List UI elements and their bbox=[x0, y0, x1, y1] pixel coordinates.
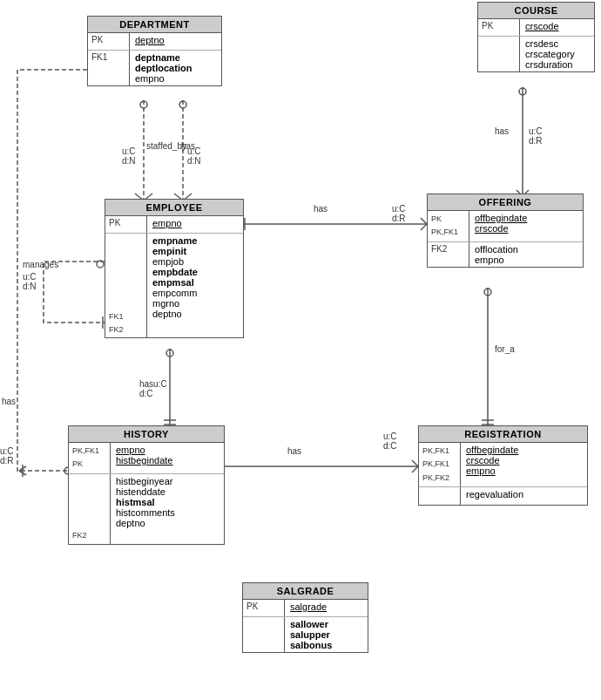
svg-point-5 bbox=[179, 101, 186, 108]
salgrade-entity: SALGRADE PK salgrade sallowersaluppersal… bbox=[242, 582, 368, 653]
label-uc-dr-left: u:Cd:R bbox=[0, 446, 14, 466]
employee-fk-labels: FK1FK2 bbox=[105, 234, 147, 337]
label-has-hist: has bbox=[287, 446, 301, 456]
svg-point-29 bbox=[484, 289, 491, 296]
label-has-left: has bbox=[2, 397, 16, 406]
registration-entity: REGISTRATION PK,FK1PK,FK1PK,FK2 offbegin… bbox=[418, 425, 588, 506]
svg-line-20 bbox=[412, 466, 418, 472]
offering-attr-row: FK2 offlocationempno bbox=[428, 242, 583, 267]
department-pk-row: PK deptno bbox=[88, 33, 221, 51]
offering-pk-attr: offbegindatecrscode bbox=[469, 211, 583, 241]
history-pk-row: PK,FK1PK empnohistbegindate bbox=[69, 443, 224, 474]
svg-point-3 bbox=[140, 101, 147, 108]
course-attr-row: crsdesccrscategorycrsduration bbox=[478, 37, 594, 71]
registration-pk-attr: offbegindatecrscodeempno bbox=[461, 443, 587, 486]
course-pk-row: PK crscode bbox=[478, 19, 594, 37]
label-uc-dr-off: u:Cd:R bbox=[392, 204, 406, 223]
course-pk-label: PK bbox=[478, 19, 520, 36]
label-has-course: has bbox=[495, 126, 509, 136]
svg-line-9 bbox=[421, 218, 427, 224]
course-fk-label bbox=[478, 37, 520, 71]
label-uc-dn-2: u:Cd:N bbox=[187, 146, 201, 166]
department-attrs: deptnamedeptlocationempno bbox=[130, 51, 221, 85]
label-uc-dc-hist: u:Cd:C bbox=[383, 432, 397, 451]
offering-entity: OFFERING PKPK,FK1 offbegindatecrscode FK… bbox=[427, 194, 584, 268]
registration-attrs: regevaluation bbox=[461, 487, 587, 505]
registration-pk-label: PK,FK1PK,FK1PK,FK2 bbox=[419, 443, 461, 486]
department-pk-label: PK bbox=[88, 33, 130, 50]
department-title: DEPARTMENT bbox=[88, 17, 221, 33]
label-for-a: for_a bbox=[495, 344, 515, 354]
label-uc-dr-course: u:Cd:R bbox=[529, 126, 543, 146]
label-manages: manages bbox=[23, 260, 58, 269]
svg-line-37 bbox=[19, 471, 26, 475]
course-attrs: crsdesccrscategorycrsduration bbox=[520, 37, 594, 71]
employee-pk-attr: empno bbox=[147, 216, 243, 233]
department-attr-row: FK1 deptnamedeptlocationempno bbox=[88, 51, 221, 85]
registration-attr-row: regevaluation bbox=[419, 487, 587, 505]
history-entity: HISTORY PK,FK1PK empnohistbegindate FK2 … bbox=[68, 425, 225, 545]
offering-attrs: offlocationempno bbox=[469, 242, 583, 267]
offering-title: OFFERING bbox=[428, 194, 583, 211]
offering-pk-label: PKPK,FK1 bbox=[428, 211, 469, 241]
label-has-emp-off: has bbox=[314, 204, 328, 214]
salgrade-title: SALGRADE bbox=[243, 583, 368, 600]
salgrade-pk-label: PK bbox=[243, 600, 285, 616]
svg-point-25 bbox=[519, 88, 526, 95]
course-pk-attr: crscode bbox=[520, 19, 594, 36]
registration-pk-row: PK,FK1PK,FK1PK,FK2 offbegindatecrscodeem… bbox=[419, 443, 587, 487]
label-uc-dn-manages: u:Cd:N bbox=[23, 272, 37, 291]
history-attr-row: FK2 histbeginyearhistenddatehistmsalhist… bbox=[69, 474, 224, 544]
department-entity: DEPARTMENT PK deptno FK1 deptnamedeptloc… bbox=[87, 16, 222, 86]
department-pk-attr: deptno bbox=[130, 33, 221, 50]
course-entity: COURSE PK crscode crsdesccrscategorycrsd… bbox=[477, 2, 595, 72]
employee-pk-row: PK empno bbox=[105, 216, 243, 234]
svg-line-19 bbox=[412, 460, 418, 466]
employee-attr-row: FK1FK2 empnameempinitempjobempbdateempms… bbox=[105, 234, 243, 337]
salgrade-pk-row: PK salgrade bbox=[243, 600, 368, 617]
label-hasu-emp: hasu:Cd:C bbox=[139, 379, 167, 398]
salgrade-attr-row: sallowersaluppersalbonus bbox=[243, 617, 368, 652]
label-uc-dn-1: u:Cd:N bbox=[122, 146, 136, 166]
offering-fk2-label: FK2 bbox=[428, 242, 469, 267]
svg-point-17 bbox=[166, 350, 173, 357]
history-pk-attr: empnohistbegindate bbox=[111, 443, 224, 473]
history-title: HISTORY bbox=[69, 426, 224, 443]
diagram-container: staffed_by has u:Cd:N u:Cd:N has u:Cd:R … bbox=[0, 0, 601, 700]
offering-pk-row: PKPK,FK1 offbegindatecrscode bbox=[428, 211, 583, 242]
history-pk-label: PK,FK1PK bbox=[69, 443, 111, 473]
department-fk-label: FK1 bbox=[88, 51, 130, 85]
salgrade-attrs: sallowersaluppersalbonus bbox=[285, 617, 368, 652]
employee-attrs: empnameempinitempjobempbdateempmsalempco… bbox=[147, 234, 243, 337]
salgrade-pk-attr: salgrade bbox=[285, 600, 368, 616]
svg-point-32 bbox=[97, 261, 104, 268]
history-attrs: histbeginyearhistenddatehistmsalhistcomm… bbox=[111, 474, 224, 544]
employee-title: EMPLOYEE bbox=[105, 200, 243, 216]
course-title: COURSE bbox=[478, 3, 594, 19]
registration-title: REGISTRATION bbox=[419, 426, 587, 443]
svg-line-10 bbox=[421, 224, 427, 230]
svg-line-36 bbox=[19, 466, 26, 471]
salgrade-fk-label bbox=[243, 617, 285, 652]
history-fk-label: FK2 bbox=[69, 474, 111, 544]
registration-fk-label bbox=[419, 487, 461, 505]
employee-pk-label: PK bbox=[105, 216, 147, 233]
employee-entity: EMPLOYEE PK empno FK1FK2 empnameempinite… bbox=[105, 199, 244, 338]
